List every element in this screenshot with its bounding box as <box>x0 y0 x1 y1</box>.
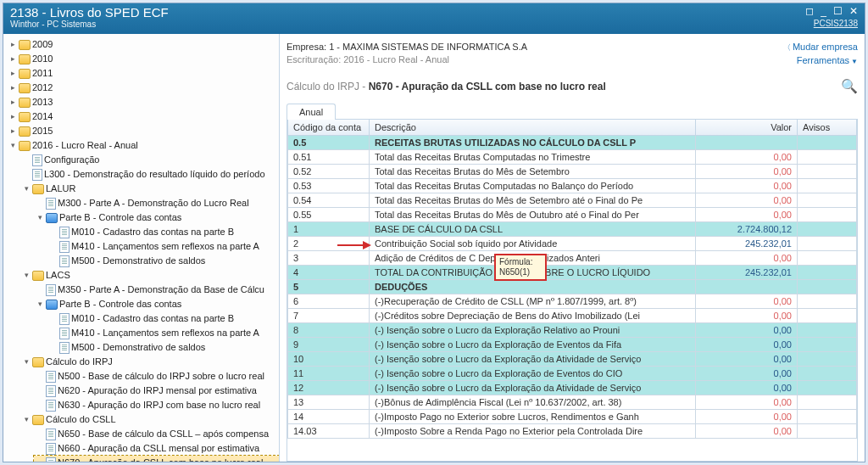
table-row[interactable]: 3Adição de Créditos de C Depreciação Uti… <box>288 251 857 266</box>
tree-m410-a[interactable]: ·M410 - Lançamentos sem reflexos na part… <box>47 239 279 254</box>
tree-configuracao[interactable]: ·Configuração <box>20 153 279 167</box>
tree-calc-irpj[interactable]: ▾Cálculo do IRPJ <box>20 355 279 369</box>
cell-avisos <box>798 222 857 237</box>
tree-n500[interactable]: ·N500 - Base de cálculo do IRPJ sobre o … <box>34 369 279 384</box>
cell-valor: 0,00 <box>696 150 798 165</box>
doc-icon <box>59 241 70 253</box>
tree-n670[interactable]: ·N670 - Apuração da CSLL com base no luc… <box>34 456 279 462</box>
tree-panel: ▸2009 ▸2010 ▸2011 ▸2012 ▸2013 ▸2014 ▸201… <box>3 34 280 462</box>
tree-parteb-lacs[interactable]: ▾Parte B - Controle das contas <box>34 297 279 311</box>
table-row[interactable]: 12(-) Isenção sobre o Lucro da Exploraçã… <box>288 381 857 395</box>
doc-icon <box>46 371 56 383</box>
cell-valor: 2.724.800,12 <box>696 222 798 237</box>
tree-m350[interactable]: ·M350 - Parte A - Demonstração da Base d… <box>34 283 279 297</box>
folder-icon <box>32 271 44 281</box>
tree-2012[interactable]: ▸2012 <box>7 81 279 95</box>
doc-icon <box>59 328 70 339</box>
cell-code: 0.54 <box>288 193 370 208</box>
tab-anual[interactable]: Anual <box>287 104 336 120</box>
table-row[interactable]: 10(-) Isenção sobre o Lucro da Exploraçã… <box>288 352 857 367</box>
table-row[interactable]: 0.5RECEITAS BRUTAS UTILIZADAS NO CÁLCULO… <box>288 136 857 150</box>
table-row[interactable]: 9(-) Isenção sobre o Lucro da Exploração… <box>288 338 857 352</box>
cell-code: 7 <box>288 309 370 323</box>
tree-m010-b[interactable]: ·M010 - Cadastro das contas na parte B <box>47 311 279 326</box>
col-descricao[interactable]: Descrição <box>370 120 696 136</box>
window-subtitle: Winthor - PC Sistemas <box>10 20 169 29</box>
tree-2011[interactable]: ▸2011 <box>7 66 279 81</box>
cell-desc: Total das Receitas Brutas do Mês de Outu… <box>370 208 696 222</box>
minimize-icon[interactable]: _ <box>821 5 826 17</box>
doc-icon <box>59 342 70 354</box>
maximize-icon[interactable]: ☐ <box>833 5 843 17</box>
tree-n650[interactable]: ·N650 - Base de cálculo da CSLL – após c… <box>34 427 279 441</box>
tree-calc-csll[interactable]: ▾Cálculo do CSLL <box>20 412 279 427</box>
tree-lacs[interactable]: ▾LACS <box>20 268 279 283</box>
cell-desc: (-)Imposto Sobre a Renda Pago no Exterio… <box>370 424 696 439</box>
cell-valor: 0,00 <box>696 410 798 424</box>
cell-code: 0.55 <box>288 208 370 222</box>
doc-icon <box>46 385 56 397</box>
table-row[interactable]: 1BASE DE CÁLCULO DA CSLL2.724.800,12 <box>288 222 857 237</box>
cell-avisos <box>798 395 857 410</box>
table-row[interactable]: 7(-)Créditos sobre Depreciação de Bens d… <box>288 309 857 323</box>
table-row[interactable]: 2Contribuição Social sob íquido por Ativ… <box>288 237 857 251</box>
table-row[interactable]: 13(-)Bônus de Adimplência Fiscal (Lei nº… <box>288 395 857 410</box>
table-row[interactable]: 14.03(-)Imposto Sobre a Renda Pago no Ex… <box>288 424 857 439</box>
table-row[interactable]: 8(-) Isenção sobre o Lucro da Exploração… <box>288 323 857 338</box>
col-avisos[interactable]: Avisos <box>798 120 857 136</box>
tree-n620[interactable]: ·N620 - Apuração do IRPJ mensal por esti… <box>34 384 279 398</box>
cell-code: 10 <box>288 352 370 367</box>
tree-m010-a[interactable]: ·M010 - Cadastro das contas na parte B <box>47 225 279 239</box>
col-valor[interactable]: Valor <box>696 120 798 136</box>
doc-icon <box>46 400 56 412</box>
grid-scroll[interactable]: Código da conta Descrição Valor Avisos 0… <box>287 120 857 461</box>
tree-lalur[interactable]: ▾LALUR <box>20 182 279 196</box>
tree-m410-b[interactable]: ·M410 - Lançamentos sem reflexos na part… <box>47 326 279 340</box>
cell-valor <box>696 136 798 150</box>
tree-m300[interactable]: ·M300 - Parte A - Demonstração do Lucro … <box>34 196 279 210</box>
close-icon[interactable]: ✕ <box>849 5 858 17</box>
cell-avisos <box>798 323 857 338</box>
table-row[interactable]: 5DEDUÇÕES <box>288 280 857 294</box>
table-row[interactable]: 0.52Total das Receitas Brutas do Mês de … <box>288 165 857 179</box>
tree-n630[interactable]: ·N630 - Apuração do IRPJ com base no luc… <box>34 398 279 412</box>
cell-desc: RECEITAS BRUTAS UTILIZADAS NO CÁLCULO DA… <box>370 136 696 150</box>
tree-n660[interactable]: ·N660 - Apuração da CSLL mensal por esti… <box>34 441 279 456</box>
cell-valor: 0,00 <box>696 309 798 323</box>
restore-icon[interactable]: ◻ <box>805 5 814 17</box>
folder-blue-icon <box>46 300 58 310</box>
tree-2009[interactable]: ▸2009 <box>7 37 279 52</box>
doc-icon <box>59 227 70 238</box>
cell-valor: 0,00 <box>696 208 798 222</box>
table-row[interactable]: 0.53Total das Receitas Brutas Computadas… <box>288 179 857 193</box>
col-codigo[interactable]: Código da conta <box>288 120 370 136</box>
table-row[interactable]: 6(-)Recuperação de Crédito de CSLL (MP n… <box>288 294 857 309</box>
folder-icon <box>19 83 31 93</box>
tree-2015[interactable]: ▸2015 <box>7 124 279 138</box>
cell-code: 0.52 <box>288 165 370 179</box>
pcsis-link[interactable]: PCSIS2138 <box>814 19 858 28</box>
tree-2010[interactable]: ▸2010 <box>7 52 279 66</box>
tree-2016[interactable]: ▾2016 - Lucro Real - Anual <box>7 138 279 153</box>
cell-desc: (-) Isenção sobre o Lucro da Exploração … <box>370 367 696 381</box>
table-row[interactable]: 11(-) Isenção sobre o Lucro da Exploraçã… <box>288 367 857 381</box>
cell-valor <box>696 280 798 294</box>
tree-m500-a[interactable]: ·M500 - Demonstrativo de saldos <box>47 254 279 268</box>
tree-parteb-lalur[interactable]: ▾Parte B - Controle das contas <box>34 210 279 225</box>
tree-2014[interactable]: ▸2014 <box>7 109 279 124</box>
cell-desc: Total das Receitas Brutas do Mês de Sete… <box>370 193 696 208</box>
tree-2013[interactable]: ▸2013 <box>7 95 279 109</box>
cell-code: 3 <box>288 251 370 266</box>
tree-l300[interactable]: ·L300 - Demonstração do resultado líquid… <box>20 167 279 182</box>
ferramentas-link[interactable]: Ferramentas <box>797 55 849 65</box>
tree-m500-b[interactable]: ·M500 - Demonstrativo de saldos <box>47 340 279 355</box>
table-row[interactable]: 0.55Total das Receitas Brutas do Mês de … <box>288 208 857 222</box>
cell-desc: DEDUÇÕES <box>370 280 696 294</box>
table-row[interactable]: 14(-)Imposto Pago no Exterior sobre Lucr… <box>288 410 857 424</box>
mudar-empresa-link[interactable]: Mudar empresa <box>793 42 858 52</box>
search-icon[interactable]: 🔍 <box>841 78 858 94</box>
table-row[interactable]: 0.54Total das Receitas Brutas do Mês de … <box>288 193 857 208</box>
table-row[interactable]: 4TOTAL DA CONTRIBUIÇÃO SOCIAL SOBRE O LU… <box>288 266 857 280</box>
table-row[interactable]: 0.51Total das Receitas Brutas Computadas… <box>288 150 857 165</box>
cell-valor: 0,00 <box>696 338 798 352</box>
